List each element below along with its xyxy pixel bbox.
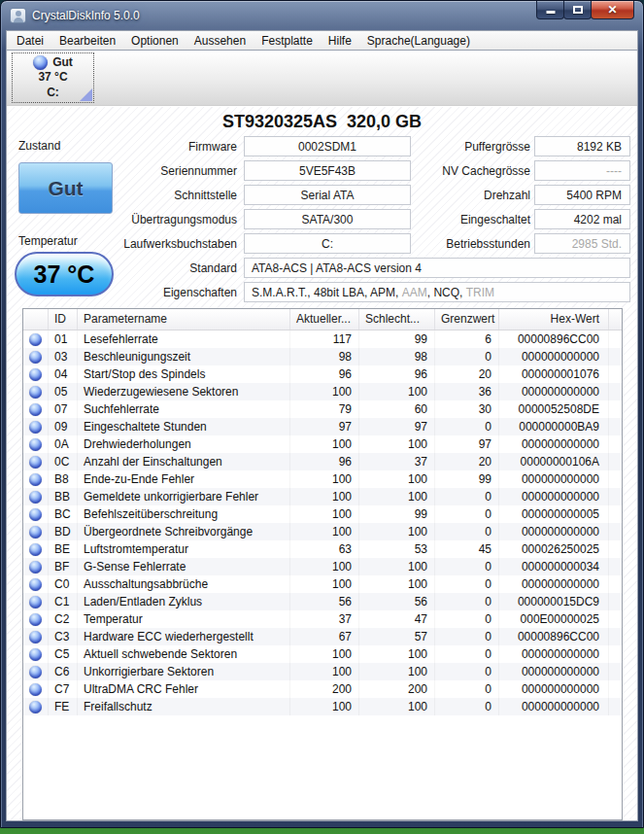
attr-hex-value: 000000001076 <box>499 365 609 383</box>
status-orb-icon <box>29 683 42 696</box>
table-row[interactable]: C7UltraDMA CRC Fehler2002000000000000000 <box>23 680 622 698</box>
health-status-button[interactable]: Gut <box>18 162 113 214</box>
table-row[interactable]: BFG-Sense Fehlerrate1001000000000000034 <box>23 558 622 575</box>
attr-threshold: 0 <box>435 558 499 575</box>
header-parameter-name[interactable]: Parametername <box>78 309 290 330</box>
table-row[interactable]: C2Temperatur37470000E00000025 <box>23 610 622 628</box>
row-status-cell <box>23 488 49 505</box>
table-row[interactable]: BCBefehlszeitüberschreitung1009900000000… <box>23 505 622 523</box>
attr-parameter-name: Übergeordnete Schreibvorgänge <box>78 523 290 540</box>
attr-id: 05 <box>49 383 78 400</box>
title-bar[interactable]: CrystalDiskInfo 5.0.0 ✕ <box>1 1 643 30</box>
attr-parameter-name: Beschleunigungszeit <box>78 348 290 365</box>
header-hex-value[interactable]: Hex-Wert <box>499 309 609 330</box>
attr-worst: 99 <box>359 330 435 348</box>
table-row[interactable]: C5Aktuell schwebende Sektoren10010000000… <box>23 645 622 663</box>
menu-bearbeiten[interactable]: Bearbeiten <box>51 32 123 50</box>
attr-threshold: 0 <box>435 418 499 435</box>
attr-threshold: 0 <box>435 645 499 663</box>
attr-current: 56 <box>290 593 359 610</box>
table-row[interactable]: 03Beschleunigungszeit98980000000000000 <box>23 348 622 365</box>
attr-parameter-name: Freifallschutz <box>78 698 290 715</box>
serial-value: 5VE5F43B <box>244 160 411 181</box>
buffer-size-value: 8192 KB <box>534 136 630 156</box>
attr-current: 100 <box>290 575 359 593</box>
drive-tab-c[interactable]: Gut 37 °C C: <box>12 52 94 103</box>
attr-hex-value: 000026250025 <box>499 540 609 558</box>
table-row[interactable]: 07Suchfehlerrate7960300000052508DE <box>23 400 622 418</box>
table-row[interactable]: BELuftstromtemperatur635345000026250025 <box>23 540 622 558</box>
menu-optionen[interactable]: Optionen <box>123 32 186 50</box>
table-row[interactable]: B8Ende-zu-Ende Fehler1001009900000000000… <box>23 470 622 488</box>
table-row[interactable]: FEFreifallschutz1001000000000000000 <box>23 698 622 715</box>
row-filler <box>609 680 622 698</box>
attr-parameter-name: Anzahl der Einschaltungen <box>78 453 290 470</box>
header-threshold[interactable]: Grenzwert <box>435 309 499 330</box>
table-row[interactable]: BBGemeldete unkorrigierbare Fehler100100… <box>23 488 622 505</box>
menu-hilfe[interactable]: Hilfe <box>321 32 359 50</box>
status-orb-icon <box>29 596 42 608</box>
attr-worst: 60 <box>359 400 435 418</box>
attr-id: C7 <box>49 680 78 698</box>
attr-hex-value: 000E00000025 <box>499 610 609 628</box>
attr-threshold: 0 <box>435 628 499 645</box>
table-row[interactable]: C6Unkorrigierbare Sektoren10010000000000… <box>23 663 622 680</box>
table-row[interactable]: 0ADrehwiederholungen10010097000000000000 <box>23 435 622 453</box>
attr-current: 100 <box>290 698 359 715</box>
menu-sprache[interactable]: Sprache(Language) <box>359 32 478 50</box>
attr-parameter-name: Wiederzugewiesene Sektoren <box>78 383 290 400</box>
attr-hex-value: 000000015DC9 <box>499 593 609 610</box>
attr-worst: 56 <box>359 593 435 610</box>
status-orb-icon <box>29 701 42 713</box>
table-row[interactable]: 05Wiederzugewiesene Sektoren100100360000… <box>23 383 622 400</box>
attr-parameter-name: Hardware ECC wiederhergestellt <box>78 628 290 645</box>
attr-hex-value: 000000000BA9 <box>499 418 609 435</box>
attr-parameter-name: G-Sense Fehlerrate <box>78 558 290 575</box>
attr-id: C1 <box>49 593 78 610</box>
desktop: { "window": { "title": "CrystalDiskInfo … <box>0 0 644 834</box>
attr-threshold: 36 <box>435 383 499 400</box>
attr-id: 01 <box>49 330 78 348</box>
close-button[interactable]: ✕ <box>591 1 634 19</box>
tab-drive-letter: C: <box>47 86 59 101</box>
row-status-cell <box>23 435 49 453</box>
menu-bar: Datei Bearbeiten Optionen Aussehen Festp… <box>6 30 638 50</box>
row-status-cell <box>23 680 49 698</box>
attr-id: C2 <box>49 610 78 628</box>
row-filler <box>609 383 622 400</box>
header-id[interactable]: ID <box>49 309 78 330</box>
attr-current: 79 <box>290 400 359 418</box>
attr-worst: 37 <box>359 453 435 470</box>
attr-parameter-name: Luftstromtemperatur <box>78 540 290 558</box>
header-worst[interactable]: Schlecht... <box>359 309 435 330</box>
table-header[interactable]: ID Parametername Aktueller... Schlecht..… <box>23 309 622 330</box>
app-icon <box>10 8 26 23</box>
table-row[interactable]: 01Lesefehlerrate11799600000896CC00 <box>23 330 622 348</box>
attr-parameter-name: Lesefehlerrate <box>78 330 290 348</box>
row-status-cell <box>23 558 49 575</box>
attr-worst: 100 <box>359 575 435 593</box>
attr-threshold: 0 <box>435 663 499 680</box>
row-filler <box>609 488 622 505</box>
table-row[interactable]: C0Ausschaltungsabbrüche10010000000000000… <box>23 575 622 593</box>
status-orb-icon <box>29 456 42 469</box>
table-row[interactable]: 04Start/Stop des Spindels969620000000001… <box>23 365 622 383</box>
menu-datei[interactable]: Datei <box>9 32 51 50</box>
table-row[interactable]: C3Hardware ECC wiederhergestellt67570000… <box>23 628 622 645</box>
row-filler <box>609 628 622 645</box>
drive-model-title: ST9320325AS 320,0 GB <box>7 112 637 132</box>
menu-aussehen[interactable]: Aussehen <box>186 32 254 50</box>
table-row[interactable]: BDÜbergeordnete Schreibvorgänge100100000… <box>23 523 622 540</box>
table-row[interactable]: C1Laden/Entladen Zyklus56560000000015DC9 <box>23 593 622 610</box>
attr-worst: 47 <box>359 610 435 628</box>
attr-current: 200 <box>290 680 359 698</box>
minimize-button[interactable] <box>536 1 564 19</box>
header-current[interactable]: Aktueller... <box>290 309 359 330</box>
attr-worst: 100 <box>359 558 435 575</box>
table-row[interactable]: 0CAnzahl der Einschaltungen9637200000000… <box>23 453 622 470</box>
temperature-label: Temperatur <box>18 234 78 248</box>
menu-festplatte[interactable]: Festplatte <box>254 32 321 50</box>
maximize-button[interactable] <box>563 1 592 19</box>
close-icon: ✕ <box>592 1 633 18</box>
table-row[interactable]: 09Eingeschaltete Stunden97970000000000BA… <box>23 418 622 435</box>
